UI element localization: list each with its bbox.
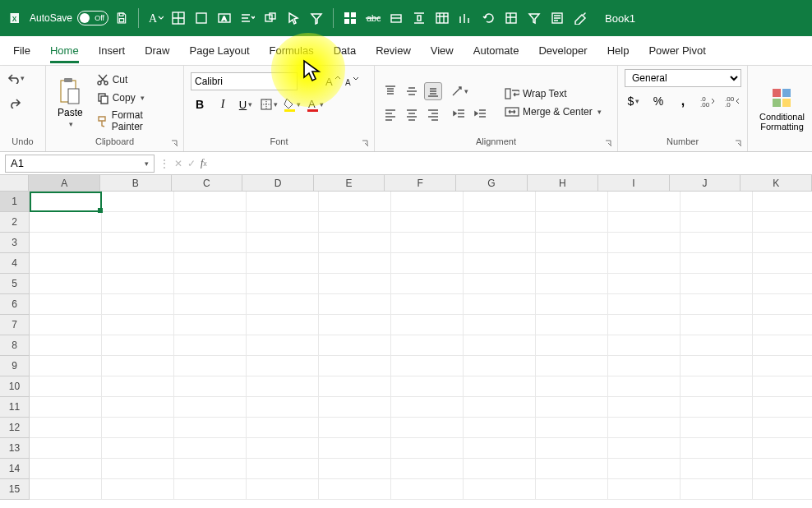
cell[interactable] [102,479,174,500]
align-right-button[interactable] [424,105,442,123]
format-painter-button[interactable]: Format Painter [93,108,177,134]
redo-button[interactable] [7,94,25,112]
cell[interactable] [391,397,464,418]
formula-input[interactable] [212,155,812,173]
row-header[interactable]: 3 [0,233,30,253]
cell[interactable] [753,233,812,253]
cell[interactable] [174,294,247,315]
cell[interactable] [391,233,464,253]
cut-button[interactable]: Cut [93,72,177,88]
col-header[interactable]: E [314,175,385,192]
clear-qat-icon[interactable] [570,8,590,28]
cell[interactable] [319,315,391,335]
align-top-button[interactable] [381,82,399,100]
cell[interactable] [464,253,536,274]
fx-icon[interactable]: fx [201,157,207,169]
cell[interactable] [174,479,247,500]
cell[interactable] [608,438,681,459]
chart-qat-icon[interactable] [455,8,475,28]
name-box[interactable]: A1 ▾ [5,155,155,173]
tab-help[interactable]: Help [607,38,630,63]
cell[interactable] [30,356,102,376]
cell[interactable] [319,253,391,274]
cell[interactable] [391,335,464,356]
grid-qat-icon[interactable] [340,8,360,28]
cell[interactable] [464,397,536,418]
copy-button[interactable]: Copy▾ [93,90,177,106]
cell[interactable] [319,459,391,479]
cell[interactable] [319,479,391,500]
clipboard-launcher-icon[interactable] [171,140,181,150]
cell[interactable] [464,212,536,233]
alignment-launcher-icon[interactable] [605,140,615,150]
tab-formulas[interactable]: Formulas [270,38,314,63]
shape-qat-icon[interactable] [261,8,280,28]
cell[interactable] [174,438,247,459]
cell[interactable] [608,335,681,356]
col-header[interactable]: A [29,175,100,192]
cell[interactable] [247,212,319,233]
cell[interactable] [30,418,102,438]
cell[interactable] [30,479,102,500]
cell[interactable] [102,376,174,397]
row-header[interactable]: 5 [0,274,30,294]
cell[interactable] [681,294,753,315]
cell[interactable] [391,479,464,500]
row-header[interactable]: 4 [0,253,30,274]
bold-button[interactable]: B [191,95,209,113]
cell[interactable] [319,376,391,397]
cell[interactable] [608,192,681,212]
cell[interactable] [102,294,174,315]
cell[interactable] [536,294,608,315]
cell[interactable] [30,233,102,253]
cell[interactable] [30,253,102,274]
cell[interactable] [681,192,753,212]
cell[interactable] [536,376,608,397]
textbox-qat-icon[interactable]: A [215,8,234,28]
col-header[interactable]: F [385,175,456,192]
cell[interactable] [536,274,608,294]
cell[interactable] [102,253,174,274]
col-header[interactable]: D [242,175,314,192]
row-header[interactable]: 6 [0,294,30,315]
cell[interactable] [536,397,608,418]
cell[interactable] [174,233,247,253]
cell[interactable] [30,274,102,294]
table-qat-icon[interactable] [432,8,452,28]
cell[interactable] [319,192,391,212]
row-header[interactable]: 12 [0,418,30,438]
autosave-toggle[interactable]: AutoSave Off [30,11,108,25]
cell[interactable] [102,356,174,376]
cell[interactable] [30,397,102,418]
cell[interactable] [319,438,391,459]
decrease-decimal-button[interactable]: .00.0 [723,92,741,110]
cell[interactable] [464,335,536,356]
italic-button[interactable]: I [214,95,232,113]
cell[interactable] [608,376,681,397]
cell[interactable] [247,479,319,500]
insert-rows-qat-icon[interactable] [386,8,406,28]
col-header[interactable]: K [740,175,812,192]
cell[interactable] [464,192,536,212]
cell[interactable] [753,335,812,356]
tab-insert[interactable]: Insert [99,38,126,63]
cell[interactable] [247,376,319,397]
orientation-button[interactable]: ▾ [450,82,468,100]
cell[interactable] [391,376,464,397]
cell[interactable] [681,356,753,376]
cell[interactable] [536,192,608,212]
cell[interactable] [391,192,464,212]
col-header[interactable]: G [456,175,528,192]
cell[interactable] [464,479,536,500]
cell[interactable] [247,418,319,438]
enter-formula-icon[interactable]: ✓ [187,158,196,169]
tab-developer[interactable]: Developer [538,38,587,63]
row-header[interactable]: 2 [0,212,30,233]
cell[interactable] [30,335,102,356]
paste-button[interactable]: Paste ▾ [53,74,88,132]
row-header[interactable]: 8 [0,335,30,356]
cell[interactable] [102,397,174,418]
cell[interactable] [536,479,608,500]
cell[interactable] [608,356,681,376]
underline-button[interactable]: U▾ [237,95,255,113]
